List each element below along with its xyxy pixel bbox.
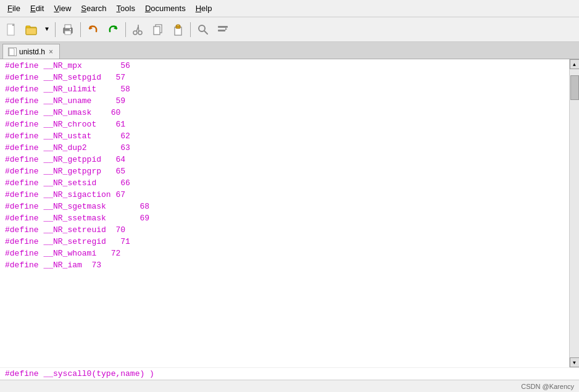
separator-4 [190,22,191,37]
paste-button[interactable] [169,20,187,39]
code-line: #define __NR_iam 73 [0,260,569,272]
menu-help[interactable]: Help [191,2,217,14]
code-line: #define __NR_uname 59 [0,96,569,107]
svg-rect-18 [154,27,160,35]
menu-edit[interactable]: Edit [25,2,49,14]
open-button[interactable] [22,20,41,39]
scrollbar: ▲ ▼ [569,59,579,367]
code-line: #define __NR_setreuid 70 [0,225,569,236]
code-line: #define __NR_mpx 56 [0,60,569,72]
svg-rect-5 [26,28,36,35]
code-line: #define __NR_whoami 72 [0,248,569,260]
separator-2 [80,22,81,37]
tab-unistd[interactable]: unistd.h × [2,44,60,59]
status-bar: CSDN @Karency [0,380,579,392]
scroll-up-button[interactable]: ▲ [570,59,580,69]
svg-rect-21 [177,25,180,27]
menu-file[interactable]: File [2,2,25,14]
editor-container: #define __NR_mpx 56#define __NR_setpgid … [0,59,579,367]
replace-button[interactable] [214,20,232,39]
svg-line-15 [138,27,139,31]
code-line: #define __NR_chroot 61 [0,119,569,131]
tab-filename: unistd.h [19,48,45,56]
menu-documents[interactable]: Documents [140,2,191,14]
code-area[interactable]: #define __NR_mpx 56#define __NR_setpgid … [0,59,569,367]
separator-3 [125,22,126,37]
svg-rect-25 [218,30,225,31]
code-line: #define __NR_sgetmask 68 [0,201,569,213]
code-line: #define __NR_umask 60 [0,107,569,119]
code-line: #define __NR_sigaction 67 [0,190,569,201]
scroll-down-button[interactable]: ▼ [570,357,580,367]
watermark: CSDN @Karency [521,383,574,390]
menu-view[interactable]: View [49,2,76,14]
svg-rect-9 [70,29,71,30]
code-line: #define __NR_setpgid 57 [0,72,569,84]
code-line: #define __NR_dup2 63 [0,143,569,154]
svg-line-23 [204,31,207,34]
undo-button[interactable] [84,20,102,39]
open-dropdown[interactable]: ▼ [42,20,52,39]
separator-1 [55,22,56,37]
tab-bar: unistd.h × [0,42,579,59]
svg-rect-8 [65,31,71,35]
menu-search[interactable]: Search [76,2,111,14]
bottom-partial-line: #define __syscall0(type,name) ) [0,367,579,380]
menu-bar: File Edit View Search Tools Documents He… [0,0,579,17]
scroll-track[interactable] [570,69,579,357]
code-line: #define __NR_ulimit 58 [0,84,569,96]
scroll-thumb[interactable] [570,75,579,100]
new-button[interactable] [2,20,21,39]
svg-rect-24 [218,26,228,28]
toolbar: ▼ [0,17,579,42]
svg-rect-7 [65,25,71,28]
tab-file-icon [8,48,17,56]
code-line: #define __NR_getpgrp 65 [0,166,569,178]
code-line: #define __NR_setsid 66 [0,178,569,190]
code-line: #define __NR_ssetmask 69 [0,213,569,225]
code-line: #define __NR_ustat 62 [0,131,569,143]
menu-tools[interactable]: Tools [112,2,140,14]
copy-button[interactable] [149,20,167,39]
print-button[interactable] [59,20,77,39]
tab-close-button[interactable]: × [48,48,54,56]
code-line: #define __NR_setregid 71 [0,236,569,248]
find-button[interactable] [194,20,212,39]
code-line: #define __NR_getppid 64 [0,154,569,166]
redo-button[interactable] [104,20,122,39]
cut-button[interactable] [129,20,148,39]
svg-marker-26 [225,28,227,30]
